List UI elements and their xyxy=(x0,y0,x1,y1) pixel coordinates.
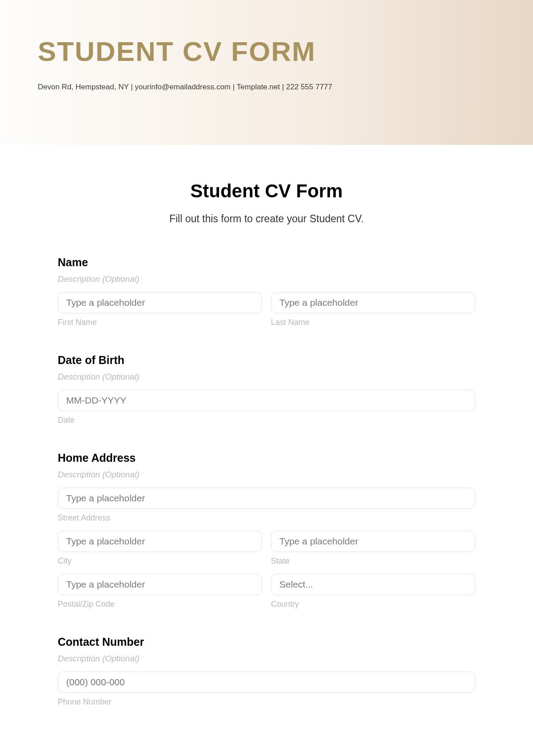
section-label-dob: Date of Birth xyxy=(58,354,475,367)
street-input[interactable] xyxy=(58,488,475,509)
dob-sublabel: Date xyxy=(58,416,475,425)
phone-sublabel: Phone Number xyxy=(58,697,475,707)
section-desc-dob: Description (Optional) xyxy=(58,372,475,382)
dob-input[interactable] xyxy=(58,390,475,411)
page-title: STUDENT CV FORM xyxy=(38,36,495,67)
section-dob: Date of Birth Description (Optional) Dat… xyxy=(58,354,475,425)
section-desc-address: Description (Optional) xyxy=(58,470,475,480)
section-contact: Contact Number Description (Optional) Ph… xyxy=(58,636,475,707)
first-name-sublabel: First Name xyxy=(58,318,262,327)
last-name-input[interactable] xyxy=(271,292,475,313)
section-label-address: Home Address xyxy=(58,452,475,464)
header-contact-line: Devon Rd, Hempstead, NY | yourinfo@email… xyxy=(38,83,495,92)
section-label-contact: Contact Number xyxy=(58,636,475,648)
section-name: Name Description (Optional) First Name L… xyxy=(58,256,475,327)
street-sublabel: Street Address xyxy=(58,513,475,523)
state-sublabel: State xyxy=(271,556,475,566)
postal-sublabel: Postal/Zip Code xyxy=(58,600,262,609)
state-input[interactable] xyxy=(271,531,475,552)
city-sublabel: City xyxy=(58,556,262,566)
country-select[interactable] xyxy=(271,574,475,595)
section-address: Home Address Description (Optional) Stre… xyxy=(58,452,475,609)
first-name-input[interactable] xyxy=(58,292,262,313)
form-subtitle: Fill out this form to create your Studen… xyxy=(58,213,475,225)
phone-input[interactable] xyxy=(58,672,475,693)
country-sublabel: Country xyxy=(271,600,475,609)
form-heading: Student CV Form xyxy=(58,180,475,202)
postal-input[interactable] xyxy=(58,574,262,595)
header-banner: STUDENT CV FORM Devon Rd, Hempstead, NY … xyxy=(0,0,533,145)
section-desc-contact: Description (Optional) xyxy=(58,654,475,664)
city-input[interactable] xyxy=(58,531,262,552)
section-desc-name: Description (Optional) xyxy=(58,274,475,284)
section-label-name: Name xyxy=(58,256,475,269)
form-container: Student CV Form Fill out this form to cr… xyxy=(0,145,533,756)
last-name-sublabel: Last Name xyxy=(271,318,475,327)
